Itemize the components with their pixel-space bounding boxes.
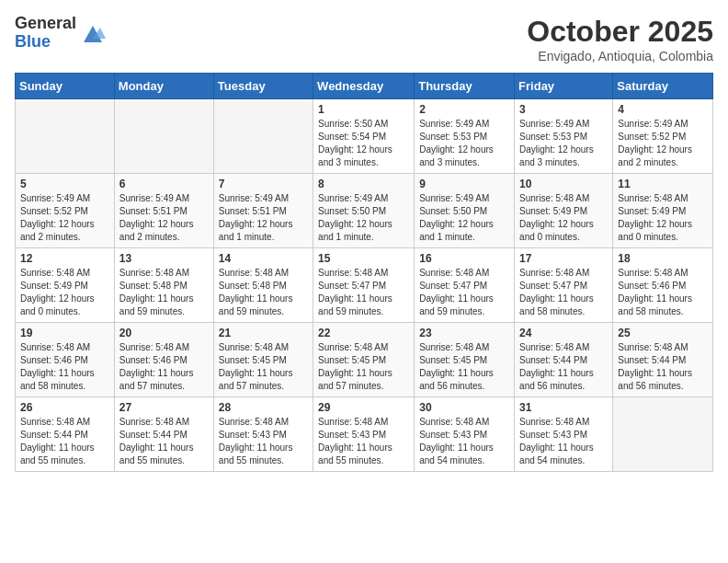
calendar-cell: 8Sunrise: 5:49 AM Sunset: 5:50 PM Daylig… — [313, 174, 415, 248]
cell-sun-info: Sunrise: 5:48 AM Sunset: 5:45 PM Dayligh… — [318, 341, 409, 393]
calendar-cell: 15Sunrise: 5:48 AM Sunset: 5:47 PM Dayli… — [313, 248, 415, 323]
calendar-cell — [613, 397, 713, 472]
day-number: 3 — [519, 103, 608, 116]
calendar-cell: 12Sunrise: 5:48 AM Sunset: 5:49 PM Dayli… — [16, 248, 115, 323]
day-number: 31 — [519, 401, 608, 414]
day-number: 21 — [219, 327, 308, 339]
cell-sun-info: Sunrise: 5:49 AM Sunset: 5:53 PM Dayligh… — [419, 118, 509, 169]
cell-sun-info: Sunrise: 5:48 AM Sunset: 5:44 PM Dayligh… — [119, 416, 209, 467]
cell-sun-info: Sunrise: 5:48 AM Sunset: 5:47 PM Dayligh… — [318, 267, 409, 318]
day-number: 15 — [318, 252, 409, 265]
logo-general: General — [15, 15, 76, 33]
day-of-week-header: Saturday — [613, 74, 713, 99]
calendar-cell: 29Sunrise: 5:48 AM Sunset: 5:43 PM Dayli… — [313, 397, 415, 472]
day-number: 1 — [318, 103, 409, 116]
calendar-cell: 20Sunrise: 5:48 AM Sunset: 5:46 PM Dayli… — [114, 323, 213, 397]
calendar-cell: 1Sunrise: 5:50 AM Sunset: 5:54 PM Daylig… — [313, 99, 415, 174]
day-number: 4 — [618, 103, 708, 116]
calendar-header-row: SundayMondayTuesdayWednesdayThursdayFrid… — [16, 74, 713, 99]
day-number: 19 — [20, 327, 109, 339]
page-header: General Blue October 2025 Envigado, Anti… — [15, 15, 713, 63]
day-number: 8 — [318, 178, 409, 190]
calendar-cell: 25Sunrise: 5:48 AM Sunset: 5:44 PM Dayli… — [613, 323, 713, 397]
logo-icon — [80, 20, 106, 46]
day-number: 7 — [219, 178, 308, 190]
cell-sun-info: Sunrise: 5:48 AM Sunset: 5:43 PM Dayligh… — [519, 416, 608, 467]
cell-sun-info: Sunrise: 5:48 AM Sunset: 5:46 PM Dayligh… — [119, 341, 209, 393]
calendar-cell: 21Sunrise: 5:48 AM Sunset: 5:45 PM Dayli… — [213, 323, 313, 397]
day-number: 6 — [119, 178, 209, 190]
cell-sun-info: Sunrise: 5:48 AM Sunset: 5:48 PM Dayligh… — [219, 267, 308, 318]
day-number: 26 — [20, 401, 109, 414]
cell-sun-info: Sunrise: 5:48 AM Sunset: 5:43 PM Dayligh… — [219, 416, 308, 467]
day-number: 18 — [618, 252, 708, 265]
day-of-week-header: Wednesday — [313, 74, 415, 99]
cell-sun-info: Sunrise: 5:48 AM Sunset: 5:49 PM Dayligh… — [519, 192, 608, 244]
day-number: 27 — [119, 401, 209, 414]
day-number: 29 — [318, 401, 409, 414]
cell-sun-info: Sunrise: 5:48 AM Sunset: 5:45 PM Dayligh… — [419, 341, 509, 393]
logo-text: General Blue — [15, 15, 76, 52]
day-number: 25 — [618, 327, 708, 339]
calendar-cell: 7Sunrise: 5:49 AM Sunset: 5:51 PM Daylig… — [213, 174, 313, 248]
cell-sun-info: Sunrise: 5:49 AM Sunset: 5:50 PM Dayligh… — [419, 192, 509, 244]
calendar-cell: 11Sunrise: 5:48 AM Sunset: 5:49 PM Dayli… — [613, 174, 713, 248]
cell-sun-info: Sunrise: 5:49 AM Sunset: 5:52 PM Dayligh… — [20, 192, 109, 244]
calendar-cell: 19Sunrise: 5:48 AM Sunset: 5:46 PM Dayli… — [16, 323, 115, 397]
cell-sun-info: Sunrise: 5:49 AM Sunset: 5:51 PM Dayligh… — [219, 192, 308, 244]
day-number: 14 — [219, 252, 308, 265]
calendar-cell: 4Sunrise: 5:49 AM Sunset: 5:52 PM Daylig… — [613, 99, 713, 174]
calendar-cell: 26Sunrise: 5:48 AM Sunset: 5:44 PM Dayli… — [16, 397, 115, 472]
day-number: 5 — [20, 178, 109, 190]
day-of-week-header: Friday — [515, 74, 613, 99]
location-subtitle: Envigado, Antioquia, Colombia — [527, 49, 713, 63]
calendar-cell: 5Sunrise: 5:49 AM Sunset: 5:52 PM Daylig… — [16, 174, 115, 248]
day-number: 24 — [519, 327, 608, 339]
cell-sun-info: Sunrise: 5:48 AM Sunset: 5:43 PM Dayligh… — [318, 416, 409, 467]
calendar-cell: 23Sunrise: 5:48 AM Sunset: 5:45 PM Dayli… — [415, 323, 515, 397]
day-of-week-header: Tuesday — [213, 74, 313, 99]
calendar-cell: 30Sunrise: 5:48 AM Sunset: 5:43 PM Dayli… — [415, 397, 515, 472]
calendar-cell — [114, 99, 213, 174]
logo-blue: Blue — [15, 33, 76, 52]
day-number: 12 — [20, 252, 109, 265]
calendar-cell: 3Sunrise: 5:49 AM Sunset: 5:53 PM Daylig… — [515, 99, 613, 174]
cell-sun-info: Sunrise: 5:48 AM Sunset: 5:43 PM Dayligh… — [419, 416, 509, 467]
day-number: 9 — [419, 178, 509, 190]
calendar-cell: 17Sunrise: 5:48 AM Sunset: 5:47 PM Dayli… — [515, 248, 613, 323]
cell-sun-info: Sunrise: 5:48 AM Sunset: 5:47 PM Dayligh… — [519, 267, 608, 318]
cell-sun-info: Sunrise: 5:48 AM Sunset: 5:44 PM Dayligh… — [20, 416, 109, 467]
calendar-week-row: 12Sunrise: 5:48 AM Sunset: 5:49 PM Dayli… — [16, 248, 713, 323]
calendar-cell: 2Sunrise: 5:49 AM Sunset: 5:53 PM Daylig… — [415, 99, 515, 174]
cell-sun-info: Sunrise: 5:48 AM Sunset: 5:46 PM Dayligh… — [618, 267, 708, 318]
calendar-cell: 22Sunrise: 5:48 AM Sunset: 5:45 PM Dayli… — [313, 323, 415, 397]
calendar-cell: 9Sunrise: 5:49 AM Sunset: 5:50 PM Daylig… — [415, 174, 515, 248]
calendar-week-row: 1Sunrise: 5:50 AM Sunset: 5:54 PM Daylig… — [16, 99, 713, 174]
calendar-cell: 24Sunrise: 5:48 AM Sunset: 5:44 PM Dayli… — [515, 323, 613, 397]
calendar-cell: 10Sunrise: 5:48 AM Sunset: 5:49 PM Dayli… — [515, 174, 613, 248]
cell-sun-info: Sunrise: 5:49 AM Sunset: 5:53 PM Dayligh… — [519, 118, 608, 169]
cell-sun-info: Sunrise: 5:48 AM Sunset: 5:45 PM Dayligh… — [219, 341, 308, 393]
calendar-week-row: 5Sunrise: 5:49 AM Sunset: 5:52 PM Daylig… — [16, 174, 713, 248]
day-of-week-header: Sunday — [16, 74, 115, 99]
title-block: October 2025 Envigado, Antioquia, Colomb… — [527, 15, 713, 63]
cell-sun-info: Sunrise: 5:48 AM Sunset: 5:44 PM Dayligh… — [519, 341, 608, 393]
calendar-cell: 27Sunrise: 5:48 AM Sunset: 5:44 PM Dayli… — [114, 397, 213, 472]
cell-sun-info: Sunrise: 5:49 AM Sunset: 5:50 PM Dayligh… — [318, 192, 409, 244]
cell-sun-info: Sunrise: 5:48 AM Sunset: 5:47 PM Dayligh… — [419, 267, 509, 318]
calendar-cell: 6Sunrise: 5:49 AM Sunset: 5:51 PM Daylig… — [114, 174, 213, 248]
cell-sun-info: Sunrise: 5:48 AM Sunset: 5:49 PM Dayligh… — [20, 267, 109, 318]
logo: General Blue — [15, 15, 106, 52]
day-number: 23 — [419, 327, 509, 339]
day-of-week-header: Thursday — [415, 74, 515, 99]
day-number: 28 — [219, 401, 308, 414]
cell-sun-info: Sunrise: 5:50 AM Sunset: 5:54 PM Dayligh… — [318, 118, 409, 169]
day-number: 30 — [419, 401, 509, 414]
day-number: 22 — [318, 327, 409, 339]
month-year-title: October 2025 — [527, 15, 713, 49]
calendar-week-row: 26Sunrise: 5:48 AM Sunset: 5:44 PM Dayli… — [16, 397, 713, 472]
calendar-cell: 31Sunrise: 5:48 AM Sunset: 5:43 PM Dayli… — [515, 397, 613, 472]
cell-sun-info: Sunrise: 5:49 AM Sunset: 5:51 PM Dayligh… — [119, 192, 209, 244]
calendar-cell: 28Sunrise: 5:48 AM Sunset: 5:43 PM Dayli… — [213, 397, 313, 472]
day-number: 13 — [119, 252, 209, 265]
